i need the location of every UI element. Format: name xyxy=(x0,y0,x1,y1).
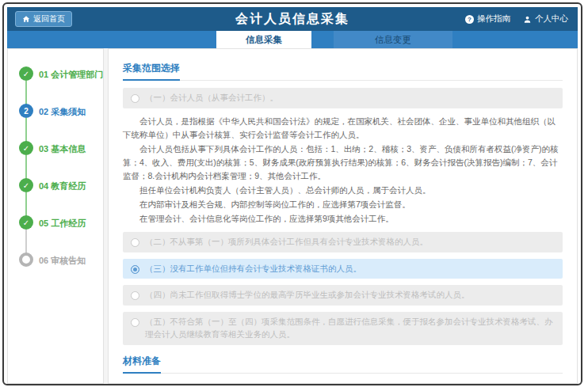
materials-section-title: 材料准备 xyxy=(123,355,563,374)
scope-paragraph: 在内部审计及相关合规、内部控制等岗位工作的，应选择第7项会计监督。 xyxy=(123,198,563,211)
content-area: ✓ 01 会计管理部门 2 02 采集须知 ✓ 03 基本信息 ✓ 04 教育经… xyxy=(7,48,578,384)
step-number: 01 xyxy=(39,70,48,79)
home-icon xyxy=(22,15,30,23)
sidebar-step-collection-notice[interactable]: 2 02 采集须知 xyxy=(19,104,103,141)
top-right-links: 操作指南 个人中心 xyxy=(465,13,578,25)
scope-section-title: 采集范围选择 xyxy=(123,62,563,81)
scope-option-5[interactable]: （五）不符合第（一）至（四）项采集范围条件，自愿进行信息采集，便于报名参加会计专… xyxy=(123,312,563,345)
main-panel: 采集范围选择 （一）会计人员（从事会计工作）。 会计人员，是指根据《中华人民共和… xyxy=(108,48,578,384)
home-button[interactable]: 返回首页 xyxy=(15,11,72,27)
step-number: 02 xyxy=(39,107,48,116)
personal-center-link[interactable]: 个人中心 xyxy=(523,13,568,25)
scope-option-2-label: （二）不从事第（一）项所列具体会计工作但具有会计专业技术资格的人员。 xyxy=(145,236,428,249)
scope-option-4-label: （四）尚未工作但取得博士学位的最高学历毕业生或参加会计专业技术资格考试的人员。 xyxy=(145,289,470,302)
scope-option-1-label: （一）会计人员（从事会计工作）。 xyxy=(145,92,278,104)
radio-icon xyxy=(131,238,139,247)
step-number: 04 xyxy=(39,181,48,191)
step-number: 06 xyxy=(39,256,48,265)
step-label: 工作经历 xyxy=(51,218,86,228)
app-window: 返回首页 会计人员信息采集 操作指南 个人中心 信息采集 信息变更 xyxy=(2,2,582,385)
step-number-badge: 2 xyxy=(19,104,33,118)
tab-bar: 信息采集 信息变更 xyxy=(7,31,578,48)
top-bar: 返回首页 会计人员信息采集 操作指南 个人中心 xyxy=(7,7,578,31)
check-icon: ✓ xyxy=(19,215,33,230)
question-icon xyxy=(465,15,474,24)
check-icon: ✓ xyxy=(19,66,33,81)
sidebar-step-work-history[interactable]: ✓ 05 工作经历 xyxy=(19,215,103,252)
tab-info-collection[interactable]: 信息采集 xyxy=(216,31,311,48)
scope-option-1[interactable]: （一）会计人员（从事会计工作）。 xyxy=(123,88,563,108)
personal-center-label: 个人中心 xyxy=(535,13,568,25)
radio-selected-icon xyxy=(131,265,139,274)
scope-paragraph: 担任单位会计机构负责人（会计主管人员）、总会计师的人员，属于会计人员。 xyxy=(123,184,563,197)
scope-option-5-label: （五）不符合第（一）至（四）项采集范围条件，自愿进行信息采集，便于报名参加会计专… xyxy=(145,316,555,341)
step-number: 05 xyxy=(39,218,48,228)
radio-icon xyxy=(131,94,139,103)
scope-paragraph: 在管理会计、会计信息化等岗位工作的，应选择第9项其他会计工作。 xyxy=(123,212,563,226)
step-label: 审核告知 xyxy=(51,256,86,265)
radio-icon xyxy=(131,291,139,300)
scope-option-3-label: （三）没有工作单位但持有会计专业技术资格证书的人员。 xyxy=(145,263,361,275)
sidebar-step-basic-info[interactable]: ✓ 03 基本信息 xyxy=(19,141,103,178)
step-label: 教育经历 xyxy=(51,181,86,191)
sidebar-step-accounting-dept[interactable]: ✓ 01 会计管理部门 xyxy=(19,66,103,104)
step-label: 会计管理部门 xyxy=(51,70,103,79)
step-label: 采集须知 xyxy=(51,107,86,116)
sidebar-step-review-notice[interactable]: 06 审核告知 xyxy=(19,252,103,290)
radio-icon xyxy=(131,318,139,327)
guide-link[interactable]: 操作指南 xyxy=(465,13,510,25)
user-icon xyxy=(523,15,532,24)
steps-sidebar: ✓ 01 会计管理部门 2 02 采集须知 ✓ 03 基本信息 ✓ 04 教育经… xyxy=(7,48,104,384)
scope-option-4[interactable]: （四）尚未工作但取得博士学位的最高学历毕业生或参加会计专业技术资格考试的人员。 xyxy=(123,285,563,306)
sidebar-step-education-history[interactable]: ✓ 04 教育经历 xyxy=(19,178,103,215)
pending-circle-icon xyxy=(19,252,33,267)
scope-option-3[interactable]: （三）没有工作单位但持有会计专业技术资格证书的人员。 xyxy=(123,259,563,279)
check-icon: ✓ xyxy=(19,141,33,155)
home-button-label: 返回首页 xyxy=(33,13,65,25)
material-item: 1、清晰、完整、近期的标准证件照，要求：jpg格式，不小于10KB，像素>=29… xyxy=(123,381,563,385)
step-label: 基本信息 xyxy=(51,144,86,154)
scope-paragraph: 会计人员包括从事下列具体会计工作的人员：包括：1、出纳；2、稽核；3、资产、负债… xyxy=(123,142,563,183)
guide-link-label: 操作指南 xyxy=(477,13,510,25)
step-list: ✓ 01 会计管理部门 2 02 采集须知 ✓ 03 基本信息 ✓ 04 教育经… xyxy=(8,49,103,290)
scope-option-2[interactable]: （二）不从事第（一）项所列具体会计工作但具有会计专业技术资格的人员。 xyxy=(123,232,563,252)
check-icon: ✓ xyxy=(19,178,33,192)
tab-info-change[interactable]: 信息变更 xyxy=(334,31,452,48)
scope-paragraph: 会计人员，是指根据《中华人民共和国会计法》的规定，在国家机关、社会团体、企业、事… xyxy=(123,115,563,142)
step-number: 03 xyxy=(39,144,48,154)
